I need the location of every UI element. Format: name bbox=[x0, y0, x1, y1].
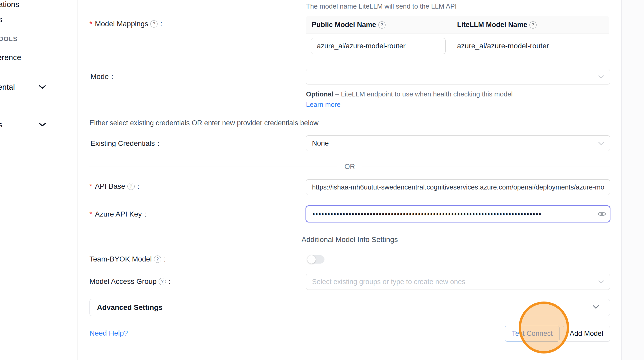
toggle-knob bbox=[307, 255, 316, 264]
or-divider: OR bbox=[89, 163, 610, 171]
public-model-name-header: Public Model Name ? bbox=[306, 16, 451, 34]
card-bottom-border bbox=[77, 358, 621, 358]
learn-more-link[interactable]: Learn more bbox=[306, 101, 341, 108]
need-help-link[interactable]: Need Help? bbox=[89, 329, 128, 337]
model-mappings-table-header: Public Model Name ? LiteLLM Model Name ? bbox=[306, 16, 609, 34]
label-colon: : bbox=[168, 277, 171, 286]
chevron-down-icon bbox=[593, 305, 599, 310]
model-access-group-placeholder: Select existing groups or type to create… bbox=[312, 278, 465, 286]
label-colon: : bbox=[160, 20, 162, 28]
help-tooltip-icon[interactable]: ? bbox=[378, 21, 386, 29]
required-marker: * bbox=[89, 20, 92, 28]
help-tooltip-icon[interactable]: ? bbox=[127, 183, 135, 190]
or-divider-text: OR bbox=[344, 163, 355, 171]
sidebar-item[interactable]: s bbox=[0, 120, 2, 129]
label-colon: : bbox=[144, 210, 146, 218]
existing-credentials-select[interactable]: None bbox=[306, 135, 610, 151]
chevron-down-icon bbox=[598, 73, 604, 81]
credentials-note: Either select existing credentials OR en… bbox=[89, 119, 318, 127]
test-connect-button[interactable]: Test Connect bbox=[505, 326, 560, 342]
additional-settings-divider-text: Additional Model Info Settings bbox=[302, 235, 398, 244]
mode-label: Mode bbox=[90, 73, 109, 81]
add-model-form-screen: ations s TOOLS erence ental s The model … bbox=[0, 0, 644, 360]
help-tooltip-icon[interactable]: ? bbox=[159, 278, 166, 285]
team-byok-label-row: Team-BYOK Model ? : bbox=[89, 254, 166, 264]
label-colon: : bbox=[164, 255, 166, 263]
mode-select[interactable] bbox=[306, 69, 610, 84]
divider-line bbox=[405, 240, 610, 240]
sidebar-item-experimental[interactable]: ental bbox=[0, 83, 15, 91]
label-colon: : bbox=[137, 182, 139, 191]
chevron-down-icon bbox=[38, 85, 46, 90]
divider-line bbox=[362, 167, 610, 167]
team-byok-label: Team-BYOK Model bbox=[89, 255, 152, 263]
advanced-settings-panel[interactable]: Advanced Settings bbox=[89, 299, 610, 316]
sidebar-item-inference[interactable]: erence bbox=[0, 53, 21, 62]
help-tooltip-icon[interactable]: ? bbox=[154, 256, 161, 263]
model-mappings-row: azure_ai/azure-model-router bbox=[306, 34, 609, 58]
litellm-model-name-header: LiteLLM Model Name ? bbox=[451, 16, 609, 34]
label-colon: : bbox=[111, 73, 113, 81]
chevron-down-icon bbox=[598, 139, 604, 147]
divider-line bbox=[89, 167, 337, 167]
public-model-name-header-label: Public Model Name bbox=[312, 21, 376, 29]
help-tooltip-icon[interactable]: ? bbox=[150, 20, 158, 28]
card-right-border bbox=[621, 0, 622, 360]
model-access-group-select[interactable]: Select existing groups or type to create… bbox=[306, 274, 610, 290]
azure-api-key-field[interactable] bbox=[305, 205, 610, 222]
sidebar-item[interactable]: s bbox=[0, 15, 2, 24]
azure-api-key-label: Azure API Key bbox=[95, 210, 142, 218]
team-byok-toggle[interactable] bbox=[307, 255, 324, 264]
model-mappings-label: Model Mappings bbox=[95, 20, 148, 28]
required-marker: * bbox=[89, 210, 92, 218]
divider-line bbox=[89, 240, 294, 240]
advanced-settings-label: Advanced Settings bbox=[97, 303, 162, 312]
existing-credentials-value: None bbox=[312, 139, 329, 147]
sidebar-section-tools: TOOLS bbox=[0, 35, 18, 43]
required-marker: * bbox=[89, 182, 92, 191]
add-model-button[interactable]: Add Model bbox=[563, 326, 610, 342]
public-model-name-input[interactable] bbox=[311, 38, 446, 54]
existing-credentials-label: Existing Credentials bbox=[90, 139, 155, 148]
api-base-label-row: * API Base ? : bbox=[89, 181, 139, 192]
model-name-hint: The model name LiteLLM will send to the … bbox=[306, 1, 457, 11]
chevron-down-icon bbox=[38, 122, 46, 128]
existing-credentials-label-row: Existing Credentials : bbox=[90, 138, 159, 149]
help-tooltip-icon[interactable]: ? bbox=[529, 21, 537, 29]
mode-hint: Optional – LiteLLM endpoint to use when … bbox=[306, 89, 522, 110]
sidebar: ations s TOOLS erence ental s bbox=[0, 0, 77, 360]
mode-hint-text: – LiteLLM endpoint to use when health ch… bbox=[333, 90, 512, 98]
mode-hint-optional: Optional bbox=[306, 90, 333, 98]
litellm-model-name-value: azure_ai/azure-model-router bbox=[451, 42, 609, 50]
azure-api-key-input[interactable] bbox=[306, 210, 594, 218]
api-base-label: API Base bbox=[95, 182, 125, 191]
mode-label-row: Mode : bbox=[90, 71, 113, 82]
model-access-group-label-row: Model Access Group ? : bbox=[89, 276, 171, 287]
eye-icon[interactable] bbox=[594, 211, 610, 217]
litellm-model-name-header-label: LiteLLM Model Name bbox=[457, 21, 527, 29]
sidebar-item-organizations[interactable]: ations bbox=[0, 0, 19, 9]
azure-api-key-label-row: * Azure API Key : bbox=[89, 209, 146, 219]
model-mappings-label-row: * Model Mappings ? : bbox=[89, 19, 162, 29]
model-access-group-label: Model Access Group bbox=[89, 277, 157, 286]
model-mappings-table: Public Model Name ? LiteLLM Model Name ?… bbox=[306, 16, 609, 58]
api-base-input[interactable] bbox=[306, 179, 610, 195]
label-colon: : bbox=[157, 139, 159, 148]
additional-settings-divider: Additional Model Info Settings bbox=[89, 235, 610, 244]
chevron-down-icon bbox=[598, 278, 604, 286]
page-background bbox=[622, 0, 644, 360]
